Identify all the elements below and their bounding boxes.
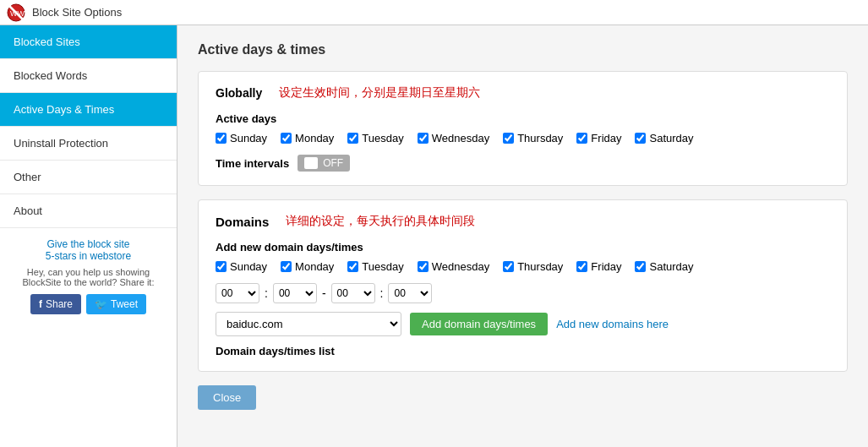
domains-header-row: Domains 详细的设定，每天执行的具体时间段 (216, 214, 830, 229)
domain-day-monday[interactable]: Monday (281, 260, 334, 273)
domain-day-wednesday-checkbox[interactable] (418, 261, 429, 272)
day-monday-checkbox[interactable] (281, 133, 292, 144)
toggle-off-button[interactable]: OFF (298, 155, 350, 172)
sidebar-item-other[interactable]: Other (0, 161, 177, 194)
day-wednesday-checkbox[interactable] (418, 133, 429, 144)
sidebar-item-blocked-words[interactable]: Blocked Words (0, 59, 177, 93)
domain-day-tuesday[interactable]: Tuesday (347, 260, 403, 273)
day-tuesday-checkbox[interactable] (347, 133, 358, 144)
domain-days-checkboxes: Sunday Monday Tuesday Wednesday Thursday (216, 260, 830, 273)
domain-day-saturday-checkbox[interactable] (635, 261, 646, 272)
day-friday-checkbox[interactable] (576, 133, 587, 144)
time-sep-1: : (265, 286, 268, 300)
content-area: Active days & times Globally 设定生效时间，分别是星… (177, 25, 868, 447)
day-thursday[interactable]: Thursday (503, 132, 563, 144)
day-sunday-checkbox[interactable] (216, 133, 227, 144)
domain-day-thursday[interactable]: Thursday (503, 260, 563, 273)
day-saturday-checkbox[interactable] (635, 133, 646, 144)
sidebar: Blocked Sites Blocked Words Active Days … (0, 25, 177, 447)
day-monday[interactable]: Monday (281, 132, 334, 144)
sidebar-item-active-days[interactable]: Active Days & Times (0, 93, 177, 127)
close-button[interactable]: Close (198, 385, 256, 410)
main-layout: Blocked Sites Blocked Words Active Days … (0, 25, 868, 447)
domain-day-friday[interactable]: Friday (576, 260, 621, 273)
globally-section: Globally 设定生效时间，分别是星期日至星期六 Active days S… (198, 71, 848, 186)
time-from-minute[interactable]: 00153045 (273, 283, 317, 303)
section-title: Active days & times (198, 42, 848, 57)
day-sunday[interactable]: Sunday (216, 132, 267, 144)
time-from-hour[interactable]: 000102 (216, 283, 259, 303)
facebook-share-button[interactable]: f Share (30, 294, 81, 314)
time-to-minute[interactable]: 00153045 (388, 283, 432, 303)
domain-day-monday-checkbox[interactable] (281, 261, 292, 272)
app-icon: WWW (7, 3, 25, 22)
bottom-bar: Close (198, 385, 848, 410)
add-domain-button[interactable]: Add domain days/times (410, 313, 548, 335)
toggle-label: OFF (323, 157, 343, 169)
domain-selector[interactable]: baiduc.com (216, 312, 401, 336)
time-range-row: 000102 : 00153045 - 000102 : 00153045 (216, 283, 830, 303)
time-intervals-label: Time intervals (216, 157, 289, 170)
title-bar: WWW Block Site Options (0, 0, 868, 25)
title-bar-text: Block Site Options (32, 6, 122, 19)
globally-row: Globally 设定生效时间，分别是星期日至星期六 (216, 85, 830, 101)
add-new-domains-link[interactable]: Add new domains here (556, 318, 669, 330)
sidebar-promo: Give the block site 5-stars in webstore … (0, 228, 177, 324)
promo-link[interactable]: Give the block site 5-stars in webstore (46, 238, 131, 262)
domains-title: Domains (216, 215, 269, 229)
sidebar-item-blocked-sites[interactable]: Blocked Sites (0, 25, 177, 59)
day-thursday-checkbox[interactable] (503, 133, 514, 144)
domain-day-wednesday[interactable]: Wednesday (418, 260, 489, 273)
domain-day-sunday[interactable]: Sunday (216, 260, 267, 273)
sidebar-item-uninstall[interactable]: Uninstall Protection (0, 127, 177, 161)
domain-day-friday-checkbox[interactable] (576, 261, 587, 272)
sidebar-item-about[interactable]: About (0, 194, 177, 228)
domains-desc: 详细的设定，每天执行的具体时间段 (286, 214, 475, 229)
app-container: WWW Block Site Options Blocked Sites Blo… (0, 0, 868, 447)
time-dash: - (322, 286, 326, 300)
twitter-share-button[interactable]: 🐦 Tweet (86, 294, 146, 314)
sidebar-share: f Share 🐦 Tweet (14, 294, 163, 314)
day-saturday[interactable]: Saturday (635, 132, 693, 144)
time-intervals-row: Time intervals OFF (216, 155, 830, 172)
domain-day-saturday[interactable]: Saturday (635, 260, 693, 273)
day-tuesday[interactable]: Tuesday (347, 132, 403, 144)
day-wednesday[interactable]: Wednesday (418, 132, 489, 144)
day-friday[interactable]: Friday (576, 132, 621, 144)
domains-section: Domains 详细的设定，每天执行的具体时间段 Add new domain … (198, 199, 848, 372)
domain-day-sunday-checkbox[interactable] (216, 261, 227, 272)
globally-desc: 设定生效时间，分别是星期日至星期六 (279, 85, 480, 101)
time-sep-2: : (380, 286, 384, 300)
active-days-label: Active days (216, 112, 830, 125)
active-days-checkboxes: Sunday Monday Tuesday Wednesday Thursday (216, 132, 830, 144)
promo-text: Hey, can you help us showing BlockSite t… (14, 267, 163, 287)
toggle-dot (304, 157, 318, 169)
domain-list-label: Domain days/times list (216, 345, 830, 357)
globally-label: Globally (216, 86, 262, 100)
domain-select-row: baiduc.com Add domain days/times Add new… (216, 312, 830, 336)
add-new-domain-label: Add new domain days/times (216, 241, 830, 253)
time-to-hour[interactable]: 000102 (331, 283, 375, 303)
domain-day-tuesday-checkbox[interactable] (347, 261, 358, 272)
domain-day-thursday-checkbox[interactable] (503, 261, 514, 272)
